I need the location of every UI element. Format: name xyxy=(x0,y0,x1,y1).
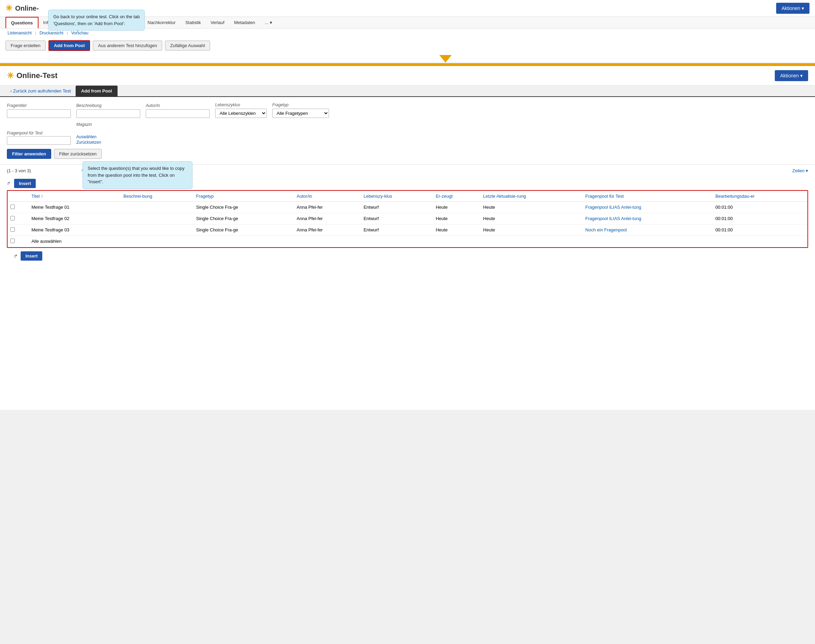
row3-autor: Anna Pfei-fer xyxy=(294,224,361,236)
beschreibung-input[interactable] xyxy=(76,109,140,118)
row3-erzeugt: Heute xyxy=(433,224,481,236)
orange-arrow-shape xyxy=(439,55,452,63)
magazin-zuruecksetzen-link[interactable]: Zurücksetzen xyxy=(76,140,101,145)
insert-button-top[interactable]: Insert xyxy=(14,179,36,188)
tabs-row: ‹ Zurück zum aufrufenden Test Add from P… xyxy=(0,86,815,97)
sub-nav-druckansicht[interactable]: Druckansicht xyxy=(37,30,65,36)
row1-fragenpool: Fragenpool ILIAS Anlei-tung xyxy=(583,202,712,213)
row3-titel: Meine Testfrage 03 xyxy=(29,224,121,236)
row2-fragenpool: Fragenpool ILIAS Anlei-tung xyxy=(583,213,712,224)
row3-checkbox[interactable] xyxy=(10,227,15,232)
aktionen-button-bottom[interactable]: Aktionen ▾ xyxy=(775,70,808,81)
aus-anderem-button[interactable]: Aus anderem Test hinzufügen xyxy=(93,41,162,51)
col-titel[interactable]: Titel ↑ xyxy=(29,191,121,202)
nav-item-nachkorrektur[interactable]: Nachkorrektur xyxy=(142,17,181,28)
row3-aktualisierung: Heute xyxy=(481,224,583,236)
nav-item-questions[interactable]: Questions xyxy=(6,17,38,28)
filter-area: Fragentitel Beschreibung Autor/in Lebens… xyxy=(0,97,815,165)
row3-fragenpool-link[interactable]: Noch ein Fragenpool xyxy=(585,227,627,232)
fragentitel-input[interactable] xyxy=(7,109,71,118)
row2-bearbeitungsdauer: 00:01:00 xyxy=(712,213,807,224)
nav-item-more[interactable]: ... ▾ xyxy=(260,17,277,28)
lebenszyklus-label: Lebenszyklus xyxy=(215,103,267,107)
alle-checkbox[interactable] xyxy=(10,239,15,243)
top-action-bar: Frage erstellen Add from Pool Aus andere… xyxy=(0,37,815,54)
fragetyp-select[interactable]: Alle Fragetypen Single Choice Frage Mult… xyxy=(272,109,329,118)
magazin-section: Magazin Auswählen Zurücksetzen xyxy=(76,122,101,145)
bottom-logo-text: Online-Test xyxy=(17,71,57,80)
tooltip-top: Go back to your online test. Click on th… xyxy=(48,10,145,31)
nav-item-metadaten[interactable]: Metadaten xyxy=(229,17,260,28)
add-from-pool-button-top[interactable]: Add from Pool xyxy=(49,40,90,51)
row2-checkbox-cell xyxy=(8,213,29,224)
col-lebenszyklus: Lebenszy-klus xyxy=(361,191,433,202)
insert-button-bottom[interactable]: Insert xyxy=(21,251,42,261)
fragentitel-label: Fragentitel xyxy=(7,103,71,108)
fragenpool-label: Fragenpool für Test xyxy=(7,131,71,135)
alle-auswaehlen-row: Alle auswählen xyxy=(8,236,807,247)
row2-fragetyp: Single Choice Fra-ge xyxy=(193,213,294,224)
sub-nav-vorschau[interactable]: Vorschau xyxy=(69,30,90,36)
beschreibung-field: Beschreibung xyxy=(76,103,140,118)
row1-checkbox-cell xyxy=(8,202,29,213)
questions-table-wrapper: Titel ↑ Beschrei-bung Fragetyp Autor/in … xyxy=(7,190,808,248)
row1-erzeugt: Heute xyxy=(433,202,481,213)
bottom-logo-icon: ✳ xyxy=(7,71,14,80)
filter-row-2: Fragenpool für Test Magazin Auswählen Zu… xyxy=(7,122,808,145)
active-tab-add-from-pool[interactable]: Add from Pool xyxy=(76,86,118,96)
orange-divider xyxy=(0,63,815,66)
autor-field: Autor/in xyxy=(146,103,210,118)
beschreibung-label: Beschreibung xyxy=(76,103,140,108)
magazine-links: Auswählen Zurücksetzen xyxy=(76,135,101,145)
table-header: Titel ↑ Beschrei-bung Fragetyp Autor/in … xyxy=(8,191,807,202)
filter-buttons: Filter anwenden Filter zurücksetzen xyxy=(7,149,808,159)
zeilen-button[interactable]: Zeilen ▾ xyxy=(792,168,808,173)
questions-table: Titel ↑ Beschrei-bung Fragetyp Autor/in … xyxy=(8,191,807,247)
bottom-logo: ✳ Online-Test xyxy=(7,71,57,80)
alle-checkbox-cell xyxy=(8,236,29,247)
lebenszyklus-select[interactable]: Alle Lebenszyklen Entwurf Überarbeitung … xyxy=(215,109,267,118)
row3-bearbeitungsdauer: 00:01:00 xyxy=(712,224,807,236)
col-fragetyp: Fragetyp xyxy=(193,191,294,202)
col-beschreibung: Beschrei-bung xyxy=(121,191,193,202)
row1-fragetyp: Single Choice Fra-ge xyxy=(193,202,294,213)
table-body: Meine Testfrage 01 Single Choice Fra-ge … xyxy=(8,202,807,247)
nav-item-verlauf[interactable]: Verlauf xyxy=(205,17,229,28)
tooltip-insert: Select the question(s) that you would li… xyxy=(83,161,193,189)
row2-autor: Anna Pfei-fer xyxy=(294,213,361,224)
filter-zuruecksetzen-button[interactable]: Filter zurücksetzen xyxy=(54,149,102,159)
fragenpool-input[interactable] xyxy=(7,136,71,145)
row1-fragenpool-link[interactable]: Fragenpool ILIAS Anlei-tung xyxy=(585,205,642,210)
frage-erstellen-button[interactable]: Frage erstellen xyxy=(6,41,46,51)
col-checkbox xyxy=(8,191,29,202)
row2-erzeugt: Heute xyxy=(433,213,481,224)
magazin-label: Magazin xyxy=(76,122,101,127)
filter-row-1: Fragentitel Beschreibung Autor/in Lebens… xyxy=(7,103,808,118)
table-row: Meine Testfrage 02 Single Choice Fra-ge … xyxy=(8,213,807,224)
top-logo: ✳ Online- xyxy=(6,3,39,13)
row3-beschreibung xyxy=(121,224,193,236)
row1-checkbox[interactable] xyxy=(10,205,15,209)
zufaellige-button[interactable]: Zufällige Auswahl xyxy=(165,41,210,51)
col-aktualisierung: Letzte Aktualisie-rung xyxy=(481,191,583,202)
row2-checkbox[interactable] xyxy=(10,216,15,221)
orange-arrow xyxy=(76,54,815,63)
row2-lebenszyklus: Entwurf xyxy=(361,213,433,224)
sub-nav-listenansicht[interactable]: Listenansicht xyxy=(6,30,34,36)
logo-text: Online- xyxy=(15,5,39,12)
col-bearbeitungsdauer: Bearbeitungsdau-er xyxy=(712,191,807,202)
row3-fragenpool: Noch ein Fragenpool xyxy=(583,224,712,236)
row2-aktualisierung: Heute xyxy=(481,213,583,224)
magazin-auswaehlen-link[interactable]: Auswählen xyxy=(76,135,101,139)
tooltip-line2: 'Questions', then on 'Add from Pool': xyxy=(53,21,125,26)
bottom-insert-row: ↱ Insert xyxy=(7,248,808,264)
aktionen-button-top[interactable]: Aktionen ▾ xyxy=(776,3,809,14)
autor-input[interactable] xyxy=(146,109,210,118)
row2-fragenpool-link[interactable]: Fragenpool ILIAS Anlei-tung xyxy=(585,216,642,221)
row3-lebenszyklus: Entwurf xyxy=(361,224,433,236)
results-count: (1 - 3 von 3) xyxy=(7,168,31,173)
back-link[interactable]: ‹ Zurück zum aufrufenden Test xyxy=(7,86,74,96)
filter-anwenden-button[interactable]: Filter anwenden xyxy=(7,149,51,159)
results-area: (1 - 3 von 3) Zeilen ▾ Select the questi… xyxy=(0,165,815,264)
nav-item-statistik[interactable]: Statistik xyxy=(181,17,206,28)
